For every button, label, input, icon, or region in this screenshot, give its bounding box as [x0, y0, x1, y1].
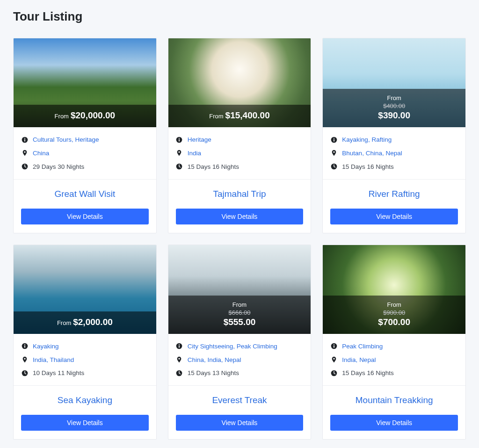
location-link[interactable]: India	[33, 356, 46, 363]
price-from-label: From	[327, 94, 462, 101]
card-footer: Sea KayakingView Details	[14, 386, 156, 439]
card-footer: Tajmahal TripView Details	[168, 180, 311, 233]
location-link[interactable]: India	[207, 356, 221, 363]
categories-row: Heritage	[176, 136, 304, 145]
pin-icon	[330, 150, 337, 157]
info-icon	[330, 136, 337, 143]
categories-row: City Sightseeing, Peak Climbing	[176, 342, 304, 351]
svg-point-18	[24, 358, 25, 359]
svg-point-17	[24, 344, 25, 345]
locations-row: China	[21, 149, 149, 158]
svg-rect-26	[334, 346, 334, 348]
view-details-button[interactable]: View Details	[330, 209, 458, 224]
card-footer: Mountain TreakkingView Details	[323, 386, 465, 439]
card-footer: Everest TreakView Details	[168, 386, 311, 439]
location-link[interactable]: Nepal	[359, 356, 376, 363]
separator: ,	[46, 356, 50, 363]
duration-row: 15 Days 13 Nights	[176, 369, 304, 378]
svg-point-22	[179, 344, 180, 345]
price-current: $555.00	[172, 317, 307, 327]
info-icon	[21, 136, 28, 143]
price-from-label: From	[172, 301, 307, 308]
location-link[interactable]: Nepal	[225, 356, 241, 363]
category-link[interactable]: Heritage	[188, 136, 211, 143]
location-link[interactable]: China	[366, 150, 382, 157]
tour-meta: Peak ClimbingIndia, Nepal15 Days 16 Nigh…	[323, 334, 465, 386]
location-link[interactable]: China	[188, 356, 204, 363]
category-link[interactable]: Rafting	[371, 136, 392, 143]
tour-meta: KayakingIndia, Thailand10 Days 11 Nights	[14, 334, 156, 386]
tour-title-link[interactable]: Everest Treak	[176, 395, 304, 405]
clock-icon	[21, 163, 28, 170]
svg-point-27	[334, 344, 334, 345]
price-overlay: From$400.00$390.00	[323, 89, 465, 127]
tour-card: From$400.00$390.00Kayaking, RaftingBhuta…	[322, 38, 466, 233]
category-link[interactable]: City Sightseeing	[188, 343, 233, 350]
duration-row: 10 Days 11 Nights	[21, 369, 149, 378]
view-details-button[interactable]: View Details	[21, 209, 149, 224]
tour-title-link[interactable]: Tajmahal Trip	[176, 189, 304, 199]
separator: ,	[72, 136, 75, 143]
tour-meta: Kayaking, RaftingBhutan, China, Nepal15 …	[323, 127, 465, 180]
tour-title-link[interactable]: Sea Kayaking	[21, 395, 149, 405]
duration-row: 15 Days 16 Nights	[176, 163, 304, 172]
price-overlay: From$2,000.00	[14, 311, 156, 334]
tour-card: From$15,400.00HeritageIndia15 Days 16 Ni…	[168, 38, 312, 233]
locations-row: Bhutan, China, Nepal	[330, 149, 458, 158]
category-link[interactable]: Heritage	[75, 136, 99, 143]
svg-rect-21	[179, 346, 180, 348]
view-details-button[interactable]: View Details	[176, 209, 304, 224]
location-link[interactable]: Nepal	[385, 150, 402, 157]
pin-icon	[330, 356, 337, 363]
tour-image: From$900.00$700.00	[323, 245, 465, 334]
pin-icon	[21, 356, 28, 363]
location-link[interactable]: India	[342, 356, 356, 363]
svg-point-28	[333, 358, 334, 359]
location-link[interactable]: India	[188, 150, 201, 157]
pin-icon	[21, 150, 28, 157]
tour-title-link[interactable]: Mountain Treakking	[330, 395, 458, 405]
info-icon	[176, 343, 183, 350]
price-current: $15,400.00	[225, 110, 270, 121]
price-overlay: From$15,400.00	[168, 105, 311, 127]
tour-card: From$666.00$555.00City Sightseeing, Peak…	[168, 245, 312, 440]
svg-rect-6	[179, 139, 180, 141]
categories-row: Kayaking, Rafting	[330, 136, 458, 145]
location-link[interactable]: Bhutan	[342, 150, 362, 157]
price-overlay: From$666.00$555.00	[168, 296, 311, 334]
category-link[interactable]: Peak Climbing	[342, 343, 383, 350]
view-details-button[interactable]: View Details	[330, 415, 458, 431]
tour-grid: From$20,000.00Cultural Tours, HeritageCh…	[13, 38, 466, 440]
location-link[interactable]: China	[33, 150, 49, 157]
tour-title-link[interactable]: Great Wall Visit	[21, 189, 149, 199]
clock-icon	[330, 369, 337, 376]
price-old: $900.00	[327, 309, 462, 316]
view-details-button[interactable]: View Details	[176, 415, 304, 431]
clock-icon	[21, 369, 28, 376]
price-overlay: From$20,000.00	[14, 105, 156, 127]
svg-point-7	[179, 137, 180, 138]
price-from-label: From	[209, 113, 223, 120]
price-from-label: From	[327, 301, 462, 308]
category-link[interactable]: Kayaking	[342, 136, 368, 143]
location-link[interactable]: Thailand	[50, 356, 74, 363]
price-from-label: From	[57, 319, 71, 326]
svg-rect-16	[24, 346, 25, 348]
tour-card: From$2,000.00KayakingIndia, Thailand10 D…	[13, 245, 157, 440]
tour-image: From$2,000.00	[14, 245, 156, 334]
price-old: $666.00	[172, 309, 307, 316]
categories-row: Kayaking	[21, 342, 149, 351]
svg-point-2	[24, 137, 25, 138]
view-details-button[interactable]: View Details	[21, 415, 149, 431]
clock-icon	[176, 369, 183, 376]
category-link[interactable]: Cultural Tours	[33, 136, 72, 143]
separator: ,	[233, 343, 237, 350]
locations-row: China, India, Nepal	[176, 356, 304, 365]
svg-point-13	[333, 152, 334, 153]
locations-row: India, Thailand	[21, 356, 149, 365]
duration-text: 15 Days 16 Nights	[342, 369, 393, 378]
card-footer: Great Wall VisitView Details	[14, 180, 156, 233]
category-link[interactable]: Kayaking	[33, 343, 59, 350]
category-link[interactable]: Peak Climbing	[237, 343, 277, 350]
tour-title-link[interactable]: River Rafting	[330, 189, 458, 199]
